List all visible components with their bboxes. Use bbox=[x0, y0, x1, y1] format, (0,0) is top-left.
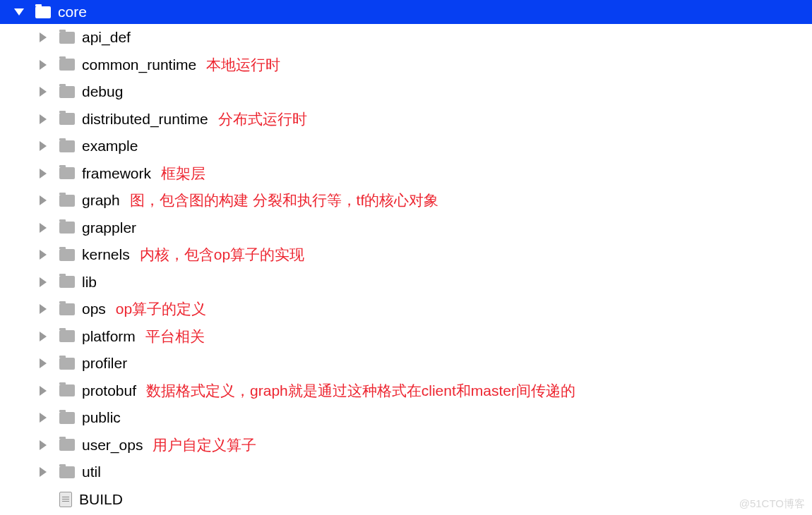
chevron-down-icon bbox=[14, 8, 24, 16]
tree-item-user_ops[interactable]: user_ops用户自定义算子 bbox=[0, 432, 812, 459]
tree-item-label: ops bbox=[82, 301, 106, 317]
watermark-text: @51CTO博客 bbox=[739, 497, 805, 511]
annotation-text: 数据格式定义，graph就是通过这种格式在client和master间传递的 bbox=[146, 381, 575, 401]
tree-item-label: example bbox=[82, 138, 138, 154]
tree-item-label: user_ops bbox=[82, 437, 143, 454]
tree-item-example[interactable]: example bbox=[0, 133, 812, 160]
tree-item-label: protobuf bbox=[82, 382, 136, 399]
folder-icon bbox=[59, 439, 75, 451]
tree-item-util[interactable]: util bbox=[0, 459, 812, 486]
folder-icon bbox=[59, 32, 75, 44]
folder-icon bbox=[59, 384, 75, 396]
tree-item-label: lib bbox=[82, 274, 97, 291]
tree-item-common_runtime[interactable]: common_runtime本地运行时 bbox=[0, 52, 812, 79]
chevron-right-icon bbox=[40, 32, 47, 42]
folder-icon bbox=[35, 6, 51, 18]
tree-item-api_def[interactable]: api_def bbox=[0, 24, 812, 52]
folder-icon bbox=[59, 412, 75, 424]
annotation-text: 用户自定义算子 bbox=[153, 435, 256, 455]
folder-icon bbox=[59, 86, 75, 98]
tree-item-label: grappler bbox=[82, 219, 136, 236]
folder-icon bbox=[59, 59, 75, 71]
annotation-text: 平台相关 bbox=[145, 327, 205, 346]
tree-children-container: api_defcommon_runtime本地运行时debugdistribut… bbox=[0, 24, 812, 513]
folder-icon bbox=[59, 358, 75, 370]
tree-item-label: graph bbox=[82, 192, 120, 209]
annotation-text: 图，包含图的构建 分裂和执行等，tf的核心对象 bbox=[130, 190, 439, 210]
tree-item-label: kernels bbox=[82, 246, 130, 263]
tree-item-label: platform bbox=[82, 328, 136, 345]
tree-item-kernels[interactable]: kernels内核，包含op算子的实现 bbox=[0, 241, 812, 269]
folder-icon bbox=[59, 140, 75, 152]
chevron-right-icon bbox=[40, 467, 47, 477]
chevron-right-icon bbox=[40, 169, 47, 178]
folder-icon bbox=[59, 195, 75, 207]
tree-item-profiler[interactable]: profiler bbox=[0, 350, 812, 377]
chevron-right-icon bbox=[40, 141, 47, 151]
chevron-right-icon bbox=[40, 358, 47, 368]
tree-item-label: util bbox=[82, 464, 101, 480]
folder-icon bbox=[59, 167, 75, 179]
annotation-text: op算子的定义 bbox=[116, 299, 206, 319]
chevron-right-icon bbox=[40, 114, 47, 124]
chevron-right-icon bbox=[40, 87, 47, 97]
tree-item-label: api_def bbox=[82, 29, 131, 46]
tree-item-label: profiler bbox=[82, 355, 127, 372]
tree-item-label: BUILD bbox=[79, 491, 123, 508]
tree-item-label: debug bbox=[82, 83, 123, 100]
chevron-right-icon bbox=[40, 250, 47, 260]
tree-item-label: framework bbox=[82, 165, 151, 182]
chevron-right-icon bbox=[40, 440, 47, 450]
chevron-right-icon bbox=[40, 332, 47, 341]
file-icon bbox=[59, 492, 72, 507]
tree-item-debug[interactable]: debug bbox=[0, 78, 812, 106]
annotation-text: 框架层 bbox=[161, 164, 205, 183]
tree-item-graph[interactable]: graph图，包含图的构建 分裂和执行等，tf的核心对象 bbox=[0, 187, 812, 214]
tree-root-row[interactable]: core bbox=[0, 0, 812, 24]
tree-item-label: common_runtime bbox=[82, 56, 196, 73]
tree-item-lib[interactable]: lib bbox=[0, 269, 812, 296]
tree-item-protobuf[interactable]: protobuf数据格式定义，graph就是通过这种格式在client和mast… bbox=[0, 377, 812, 405]
annotation-text: 内核，包含op算子的实现 bbox=[140, 245, 304, 265]
tree-item-grappler[interactable]: grappler bbox=[0, 214, 812, 242]
tree-item-distributed_runtime[interactable]: distributed_runtime分布式运行时 bbox=[0, 106, 812, 133]
chevron-right-icon bbox=[40, 413, 47, 423]
folder-icon bbox=[59, 249, 75, 261]
folder-icon bbox=[59, 466, 75, 478]
chevron-right-icon bbox=[40, 304, 47, 314]
folder-icon bbox=[59, 330, 75, 342]
root-folder-label: core bbox=[58, 4, 87, 20]
tree-item-label: public bbox=[82, 409, 121, 426]
chevron-right-icon bbox=[40, 60, 47, 70]
annotation-text: 本地运行时 bbox=[206, 55, 280, 75]
tree-item-build[interactable]: BUILD bbox=[0, 486, 812, 514]
tree-item-platform[interactable]: platform平台相关 bbox=[0, 323, 812, 351]
chevron-right-icon bbox=[40, 223, 47, 233]
chevron-right-icon bbox=[40, 277, 47, 287]
folder-icon bbox=[59, 113, 75, 125]
chevron-right-icon bbox=[40, 386, 47, 396]
tree-item-public[interactable]: public bbox=[0, 404, 812, 432]
tree-item-framework[interactable]: framework框架层 bbox=[0, 160, 812, 188]
folder-icon bbox=[59, 222, 75, 234]
annotation-text: 分布式运行时 bbox=[218, 109, 307, 129]
folder-icon bbox=[59, 276, 75, 288]
folder-icon bbox=[59, 303, 75, 315]
chevron-right-icon bbox=[40, 195, 47, 205]
tree-item-ops[interactable]: opsop算子的定义 bbox=[0, 296, 812, 323]
tree-item-label: distributed_runtime bbox=[82, 111, 208, 128]
